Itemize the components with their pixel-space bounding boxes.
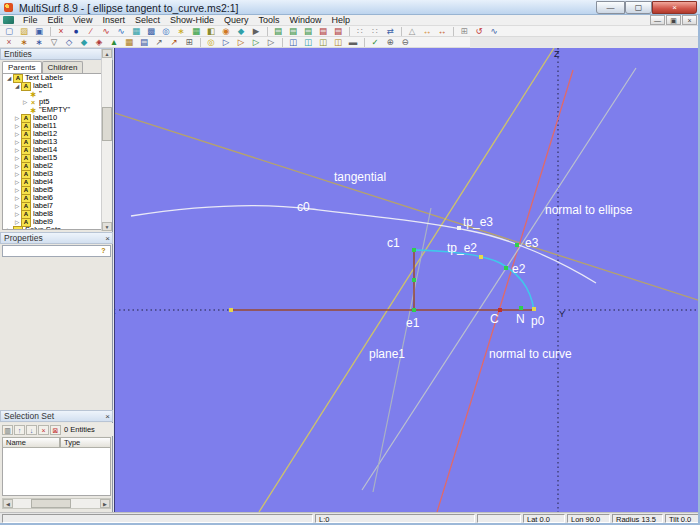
zoom-in-icon[interactable]: ⊕ — [383, 37, 397, 47]
label-e2[interactable]: e2 — [512, 262, 526, 276]
tree-expander-icon[interactable]: ▷ — [13, 194, 21, 202]
show-labels-icon[interactable]: ∗ — [32, 37, 46, 47]
open-file-icon[interactable]: ▨ — [17, 26, 31, 36]
tree-expander-icon[interactable]: ▷ — [13, 130, 21, 138]
show-points-icon[interactable]: ∗ — [17, 37, 31, 47]
view-persp-icon[interactable]: ▤ — [331, 26, 345, 36]
tree-expander-icon[interactable]: ▷ — [13, 178, 21, 186]
maximize-button[interactable]: ▢ — [625, 1, 652, 14]
tree-expander-icon[interactable]: ▷ — [21, 98, 29, 106]
column-header-type[interactable]: Type — [60, 437, 111, 448]
mdi-minimize-button[interactable]: — — [650, 15, 665, 25]
entity-grid-icon[interactable]: ▦ — [122, 37, 136, 47]
e3-point[interactable] — [515, 243, 519, 247]
ellipse-arc[interactable] — [414, 250, 534, 310]
tree-item-solvesets[interactable]: ▷=Solve Sets — [3, 226, 110, 230]
ring-tool-icon[interactable]: ◎ — [159, 26, 173, 36]
axis-label-z[interactable]: Z — [554, 49, 560, 59]
entity-net-icon[interactable]: ▤ — [137, 37, 151, 47]
tp-e2-point[interactable] — [479, 255, 483, 259]
tree-expander-icon[interactable]: ▷ — [13, 210, 21, 218]
tree-expander-icon[interactable]: ▷ — [13, 114, 21, 122]
tp-e3-point[interactable] — [457, 226, 461, 230]
label-e1[interactable]: e1 — [406, 316, 420, 330]
sphere-tool-icon[interactable]: ◉ — [219, 26, 233, 36]
close-button[interactable]: × — [652, 1, 697, 14]
tree-item-[interactable]: ∗" — [3, 90, 110, 98]
selection-set-close-icon[interactable]: × — [105, 411, 110, 422]
tree-expander-icon[interactable]: ◢ — [13, 82, 21, 90]
zoom-out-icon[interactable]: ⊖ — [398, 37, 412, 47]
construction-line[interactable] — [259, 48, 554, 512]
e2-point[interactable] — [504, 266, 508, 270]
bulb-icon[interactable]: ◎ — [204, 37, 218, 47]
tree-expander-icon[interactable]: ▷ — [13, 146, 21, 154]
scroll-right-icon[interactable]: ▶ — [100, 499, 110, 508]
tree-expander-icon[interactable]: ◢ — [5, 74, 13, 82]
label-tp-e3[interactable]: tp_e3 — [463, 215, 493, 229]
properties-entity-field[interactable]: ? — [2, 245, 111, 257]
drawing-viewport[interactable]: tangentialc0tp_e3normal to ellipsee3c1tp… — [114, 48, 698, 512]
tab-children[interactable]: Children — [42, 61, 84, 73]
tree-item-label3[interactable]: ▷Alabel3 — [3, 170, 110, 178]
menu-view[interactable]: View — [68, 15, 97, 26]
e1-point[interactable] — [412, 308, 416, 312]
menu-edit[interactable]: Edit — [43, 15, 69, 26]
pick-arrow-icon[interactable]: ▶ — [249, 26, 263, 36]
note-icon[interactable]: ▬ — [346, 37, 360, 47]
tree-expander-icon[interactable]: ▷ — [13, 170, 21, 178]
tree-expander-icon[interactable]: ▷ — [13, 138, 21, 146]
normal-to-curve-line[interactable] — [437, 70, 573, 512]
menu-show-hide[interactable]: Show-Hide — [165, 15, 219, 26]
tree-expander-icon[interactable]: ▷ — [13, 202, 21, 210]
label-c0[interactable]: c0 — [297, 200, 310, 214]
orbit-alt-icon[interactable]: ↗ — [167, 37, 181, 47]
label-normal-to-ellipse[interactable]: normal to ellipse — [545, 203, 633, 217]
hide-icon[interactable]: × — [2, 37, 16, 47]
stretch-icon[interactable]: ↔ — [435, 26, 449, 36]
properties-close-icon[interactable]: × — [105, 233, 110, 244]
tree-expander-icon[interactable]: ▷ — [13, 186, 21, 194]
hscroll-thumb[interactable] — [31, 499, 71, 508]
duplicate-icon[interactable]: ◫ — [316, 37, 330, 47]
properties-help-icon[interactable]: ? — [98, 247, 109, 255]
tree-item-label4[interactable]: ▷Alabel4 — [3, 178, 110, 186]
entity-curve-icon[interactable]: ◇ — [62, 37, 76, 47]
column-header-name[interactable]: Name — [2, 437, 60, 448]
menu-tools[interactable]: Tools — [253, 15, 284, 26]
columns-icon[interactable]: ▥ — [2, 425, 13, 435]
magnet-tool-icon[interactable]: ◆ — [234, 26, 248, 36]
grid-dots2-icon[interactable]: ∷ — [368, 26, 382, 36]
curve-tool-icon[interactable]: ∿ — [99, 26, 113, 36]
move-down-icon[interactable]: ↓ — [26, 425, 37, 435]
tree-item-label2[interactable]: ▷Alabel2 — [3, 162, 110, 170]
box-tool-icon[interactable]: ◧ — [204, 26, 218, 36]
hide-one-icon[interactable]: ▷ — [234, 37, 248, 47]
label-tangential[interactable]: tangential — [334, 170, 386, 184]
check-model-icon[interactable]: ✓ — [368, 37, 382, 47]
grid-dots-icon[interactable]: ∷ — [353, 26, 367, 36]
menu-query[interactable]: Query — [219, 15, 254, 26]
label-e3[interactable]: e3 — [525, 236, 539, 250]
pan-icon[interactable]: ⊞ — [182, 37, 196, 47]
tree-item-label8[interactable]: ▷Alabel8 — [3, 210, 110, 218]
axis-label-y[interactable]: Y — [559, 309, 565, 319]
label-normal-to-curve[interactable]: normal to curve — [489, 347, 572, 361]
snake-tool-icon[interactable]: ∿ — [114, 26, 128, 36]
menu-select[interactable]: Select — [130, 15, 165, 26]
tree-expander-icon[interactable]: ▷ — [5, 226, 13, 230]
entity-tri-icon[interactable]: ▲ — [107, 37, 121, 47]
grid-tool-icon[interactable]: ▦ — [189, 26, 203, 36]
move-up-icon[interactable]: ↑ — [14, 425, 25, 435]
swap-view-icon[interactable]: ⇄ — [383, 26, 397, 36]
tree-item-label1[interactable]: ◢Alabel1 — [3, 82, 110, 90]
mdi-restore-button[interactable]: ▣ — [666, 15, 681, 25]
origin-point[interactable] — [229, 308, 233, 312]
tree-expander-icon[interactable]: ▷ — [13, 122, 21, 130]
view-top-icon[interactable]: ▤ — [301, 26, 315, 36]
menu-file[interactable]: File — [18, 15, 43, 26]
tree-item-textlabels[interactable]: ◢AText Labels — [3, 74, 110, 82]
solid-tool-icon[interactable]: ▩ — [144, 26, 158, 36]
show-one-icon[interactable]: ▷ — [219, 37, 233, 47]
tree-item-label6[interactable]: ▷Alabel6 — [3, 194, 110, 202]
